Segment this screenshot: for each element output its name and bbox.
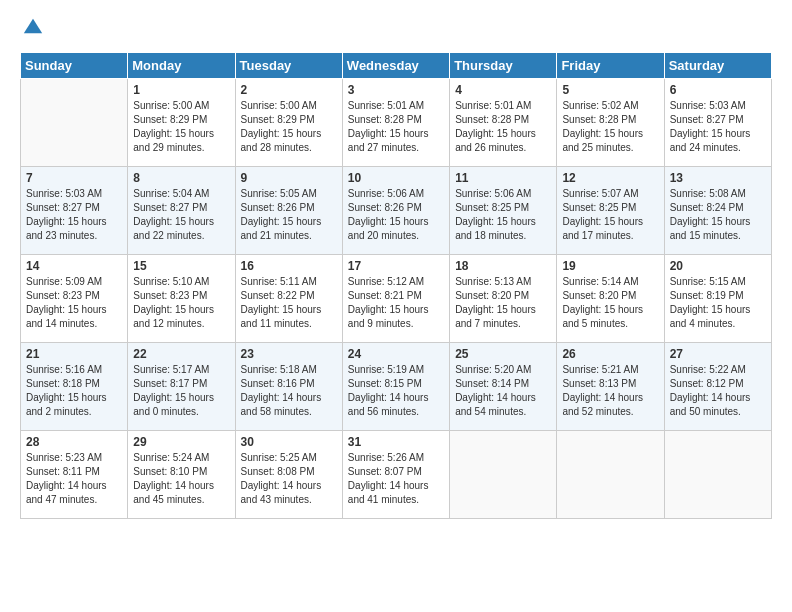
header [20,15,772,42]
sunrise-text: Sunrise: 5:01 AM [455,100,531,111]
sunrise-text: Sunrise: 5:10 AM [133,276,209,287]
sunset-text: Sunset: 8:15 PM [348,378,422,389]
calendar-cell: 9Sunrise: 5:05 AMSunset: 8:26 PMDaylight… [235,167,342,255]
day-number: 30 [241,435,337,449]
daylight-text: Daylight: 15 hours [455,304,536,315]
daylight-text-cont: and 56 minutes. [348,406,419,417]
day-number: 20 [670,259,766,273]
day-number: 14 [26,259,122,273]
day-info: Sunrise: 5:02 AMSunset: 8:28 PMDaylight:… [562,99,658,155]
daylight-text: Daylight: 14 hours [348,392,429,403]
calendar-week-row: 28Sunrise: 5:23 AMSunset: 8:11 PMDayligh… [21,431,772,519]
daylight-text: Daylight: 14 hours [670,392,751,403]
page: SundayMondayTuesdayWednesdayThursdayFrid… [0,0,792,612]
day-number: 7 [26,171,122,185]
day-info: Sunrise: 5:01 AMSunset: 8:28 PMDaylight:… [455,99,551,155]
sunrise-text: Sunrise: 5:18 AM [241,364,317,375]
daylight-text-cont: and 17 minutes. [562,230,633,241]
daylight-text-cont: and 11 minutes. [241,318,312,329]
sunset-text: Sunset: 8:29 PM [241,114,315,125]
weekday-header: Tuesday [235,53,342,79]
sunset-text: Sunset: 8:26 PM [348,202,422,213]
day-number: 27 [670,347,766,361]
daylight-text-cont: and 0 minutes. [133,406,199,417]
sunrise-text: Sunrise: 5:16 AM [26,364,102,375]
calendar-cell: 22Sunrise: 5:17 AMSunset: 8:17 PMDayligh… [128,343,235,431]
daylight-text: Daylight: 15 hours [455,216,536,227]
calendar-cell: 16Sunrise: 5:11 AMSunset: 8:22 PMDayligh… [235,255,342,343]
daylight-text: Daylight: 15 hours [562,216,643,227]
day-info: Sunrise: 5:17 AMSunset: 8:17 PMDaylight:… [133,363,229,419]
sunset-text: Sunset: 8:13 PM [562,378,636,389]
day-info: Sunrise: 5:19 AMSunset: 8:15 PMDaylight:… [348,363,444,419]
daylight-text-cont: and 27 minutes. [348,142,419,153]
day-info: Sunrise: 5:04 AMSunset: 8:27 PMDaylight:… [133,187,229,243]
calendar: SundayMondayTuesdayWednesdayThursdayFrid… [20,52,772,519]
daylight-text-cont: and 29 minutes. [133,142,204,153]
sunset-text: Sunset: 8:28 PM [348,114,422,125]
day-number: 2 [241,83,337,97]
sunrise-text: Sunrise: 5:13 AM [455,276,531,287]
day-info: Sunrise: 5:22 AMSunset: 8:12 PMDaylight:… [670,363,766,419]
svg-marker-0 [24,19,42,34]
sunset-text: Sunset: 8:11 PM [26,466,100,477]
daylight-text-cont: and 25 minutes. [562,142,633,153]
sunrise-text: Sunrise: 5:09 AM [26,276,102,287]
sunset-text: Sunset: 8:18 PM [26,378,100,389]
calendar-cell: 14Sunrise: 5:09 AMSunset: 8:23 PMDayligh… [21,255,128,343]
sunrise-text: Sunrise: 5:12 AM [348,276,424,287]
sunset-text: Sunset: 8:10 PM [133,466,207,477]
sunrise-text: Sunrise: 5:03 AM [670,100,746,111]
sunrise-text: Sunrise: 5:04 AM [133,188,209,199]
daylight-text-cont: and 9 minutes. [348,318,414,329]
sunrise-text: Sunrise: 5:26 AM [348,452,424,463]
sunrise-text: Sunrise: 5:20 AM [455,364,531,375]
calendar-cell: 20Sunrise: 5:15 AMSunset: 8:19 PMDayligh… [664,255,771,343]
sunrise-text: Sunrise: 5:19 AM [348,364,424,375]
day-number: 5 [562,83,658,97]
sunrise-text: Sunrise: 5:01 AM [348,100,424,111]
day-info: Sunrise: 5:10 AMSunset: 8:23 PMDaylight:… [133,275,229,331]
calendar-cell: 1Sunrise: 5:00 AMSunset: 8:29 PMDaylight… [128,79,235,167]
daylight-text: Daylight: 14 hours [348,480,429,491]
sunset-text: Sunset: 8:08 PM [241,466,315,477]
calendar-cell: 4Sunrise: 5:01 AMSunset: 8:28 PMDaylight… [450,79,557,167]
daylight-text: Daylight: 14 hours [241,392,322,403]
day-number: 25 [455,347,551,361]
day-info: Sunrise: 5:14 AMSunset: 8:20 PMDaylight:… [562,275,658,331]
calendar-cell: 19Sunrise: 5:14 AMSunset: 8:20 PMDayligh… [557,255,664,343]
daylight-text: Daylight: 14 hours [26,480,107,491]
daylight-text-cont: and 47 minutes. [26,494,97,505]
calendar-cell [450,431,557,519]
day-info: Sunrise: 5:25 AMSunset: 8:08 PMDaylight:… [241,451,337,507]
calendar-cell: 29Sunrise: 5:24 AMSunset: 8:10 PMDayligh… [128,431,235,519]
sunrise-text: Sunrise: 5:06 AM [348,188,424,199]
weekday-header: Thursday [450,53,557,79]
daylight-text: Daylight: 15 hours [26,304,107,315]
sunset-text: Sunset: 8:23 PM [26,290,100,301]
sunset-text: Sunset: 8:22 PM [241,290,315,301]
sunrise-text: Sunrise: 5:06 AM [455,188,531,199]
day-info: Sunrise: 5:26 AMSunset: 8:07 PMDaylight:… [348,451,444,507]
sunrise-text: Sunrise: 5:05 AM [241,188,317,199]
daylight-text-cont: and 12 minutes. [133,318,204,329]
day-number: 4 [455,83,551,97]
calendar-cell: 31Sunrise: 5:26 AMSunset: 8:07 PMDayligh… [342,431,449,519]
day-number: 10 [348,171,444,185]
sunset-text: Sunset: 8:07 PM [348,466,422,477]
calendar-cell: 30Sunrise: 5:25 AMSunset: 8:08 PMDayligh… [235,431,342,519]
daylight-text-cont: and 43 minutes. [241,494,312,505]
calendar-cell: 5Sunrise: 5:02 AMSunset: 8:28 PMDaylight… [557,79,664,167]
sunset-text: Sunset: 8:27 PM [26,202,100,213]
sunset-text: Sunset: 8:25 PM [455,202,529,213]
sunset-text: Sunset: 8:28 PM [455,114,529,125]
daylight-text-cont: and 54 minutes. [455,406,526,417]
day-number: 26 [562,347,658,361]
sunset-text: Sunset: 8:28 PM [562,114,636,125]
daylight-text-cont: and 41 minutes. [348,494,419,505]
calendar-cell [21,79,128,167]
daylight-text: Daylight: 15 hours [562,128,643,139]
calendar-cell: 3Sunrise: 5:01 AMSunset: 8:28 PMDaylight… [342,79,449,167]
daylight-text-cont: and 18 minutes. [455,230,526,241]
sunset-text: Sunset: 8:23 PM [133,290,207,301]
